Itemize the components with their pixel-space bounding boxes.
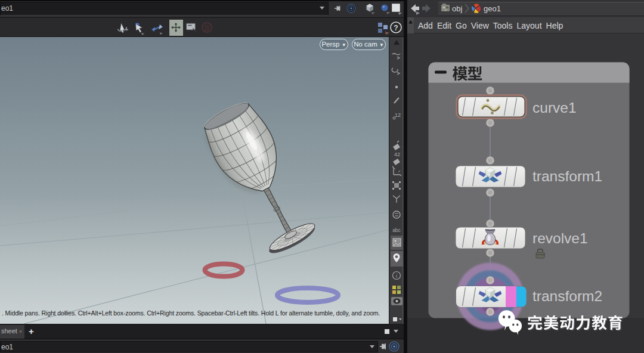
svg-text:obj: obj bbox=[452, 4, 462, 13]
svg-text:transform2: transform2 bbox=[532, 288, 602, 304]
svg-text:42: 42 bbox=[394, 151, 400, 157]
svg-text:curve1: curve1 bbox=[532, 100, 577, 116]
svg-text:abc: abc bbox=[392, 227, 401, 233]
svg-text:?: ? bbox=[394, 24, 398, 32]
svg-text:i: i bbox=[396, 273, 397, 279]
svg-text:12: 12 bbox=[395, 112, 401, 118]
svg-text:revolve1: revolve1 bbox=[532, 230, 588, 246]
svg-text:transform1: transform1 bbox=[532, 168, 602, 184]
svg-text:geo1: geo1 bbox=[484, 4, 501, 13]
